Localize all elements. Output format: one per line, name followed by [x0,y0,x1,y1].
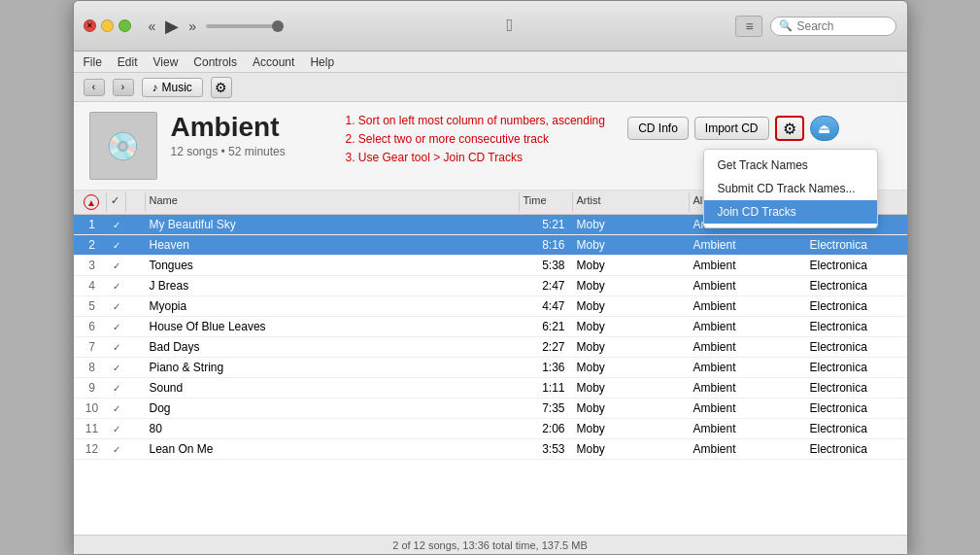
menu-edit[interactable]: Edit [118,55,138,69]
cell-time: 5:38 [520,257,573,274]
table-row[interactable]: 12 ✓ Lean On Me 3:53 Moby Ambient Electr… [74,439,907,460]
table-row[interactable]: 10 ✓ Dog 7:35 Moby Ambient Electronica [74,399,907,419]
dropdown-submit-track-names[interactable]: Submit CD Track Names... [704,177,877,200]
col-header-time[interactable]: Time [520,192,573,212]
cell-artist: Moby [573,359,690,376]
cell-artist: Moby [573,338,690,356]
menu-help[interactable]: Help [310,55,334,69]
col-header-artist[interactable]: Artist [573,192,690,212]
cell-album: Ambient [690,379,806,397]
cell-check: ✓ [107,444,126,455]
cell-icon [126,304,146,308]
table-row[interactable]: 7 ✓ Bad Days 2:27 Moby Ambient Electroni… [74,337,907,358]
cell-icon [126,243,146,247]
cell-name: Sound [146,379,520,397]
cell-icon [126,345,146,349]
cell-artist: Moby [573,318,690,335]
list-view-button[interactable]: ≡ [735,16,762,37]
cell-name: House Of Blue Leaves [146,318,520,335]
import-cd-button[interactable]: Import CD [694,117,769,140]
cell-artist: Moby [573,420,690,437]
progress-thumb [272,20,284,32]
progress-bar[interactable] [206,24,284,28]
close-button[interactable]: ✕ [84,19,96,32]
cell-album: Ambient [690,236,806,254]
cell-check: ✓ [107,240,126,251]
gear-action-button[interactable]: ⚙ [775,116,804,141]
cell-album: Ambient [690,257,806,274]
minimize-button[interactable] [101,19,114,32]
menu-view[interactable]: View [153,55,179,69]
cell-genre: Electronica [806,318,903,335]
cell-genre: Electronica [806,338,903,356]
cell-check: ✓ [107,383,126,394]
cell-num: 12 [78,440,107,458]
instruction-line-2: 2. Select two or more consecutive track [346,130,605,149]
back-button[interactable]: ‹ [84,79,105,96]
cell-name: Heaven [146,236,520,254]
apple-logo:  [507,16,514,36]
cell-icon [126,223,146,226]
cell-name: J Breas [146,277,520,295]
col-header-name[interactable]: Name [146,192,520,212]
cell-num: 7 [78,338,107,356]
cell-time: 2:47 [520,277,573,295]
instruction-line-1: 1. Sort on left most column of numbers, … [346,112,605,130]
menu-account[interactable]: Account [253,55,294,69]
dropdown-join-cd-tracks[interactable]: Join CD Tracks [704,200,877,224]
menu-file[interactable]: File [84,55,102,69]
cell-artist: Moby [573,379,690,397]
menu-controls[interactable]: Controls [193,55,237,69]
table-row[interactable]: 5 ✓ Myopia 4:47 Moby Ambient Electronica [74,296,907,317]
eject-button[interactable]: ⏏ [810,116,839,141]
album-art: 💿 [89,112,157,180]
cell-artist: Moby [573,277,690,295]
cell-genre: Electronica [806,257,903,274]
cell-time: 1:11 [520,379,573,397]
cell-check: ✓ [107,260,126,271]
col-header-icon [126,192,146,212]
cell-time: 8:16 [520,236,573,254]
cell-icon [126,325,146,329]
cell-time: 3:53 [520,440,573,458]
cell-album: Ambient [690,318,806,335]
cell-genre: Electronica [806,420,903,437]
table-row[interactable]: 11 ✓ 80 2:06 Moby Ambient Electronica [74,419,907,439]
table-row[interactable]: 6 ✓ House Of Blue Leaves 6:21 Moby Ambie… [74,317,907,337]
library-button[interactable]: ♪ Music [142,78,203,97]
search-box: 🔍 [770,17,896,36]
rewind-button[interactable]: « [149,18,156,34]
sort-indicator: ▲ [84,194,99,210]
cell-genre: Electronica [806,399,903,417]
cell-num: 10 [78,399,107,417]
cell-genre: Electronica [806,379,903,397]
cell-check: ✓ [107,363,126,373]
title-bar-right: ≡ 🔍 [735,16,896,37]
cell-name: Lean On Me [146,440,520,458]
col-header-check[interactable]: ✓ [107,192,126,212]
cell-genre: Electronica [806,297,903,315]
cell-genre: Electronica [806,236,903,254]
cd-info-button[interactable]: CD Info [627,117,689,140]
dropdown-get-track-names[interactable]: Get Track Names [704,154,877,177]
table-row[interactable]: 4 ✓ J Breas 2:47 Moby Ambient Electronic… [74,276,907,296]
search-input[interactable] [796,19,888,33]
itunes-window: ✕ « ▶ »  ≡ [73,0,908,555]
maximize-button[interactable] [118,19,131,32]
status-text: 2 of 12 songs, 13:36 total time, 137.5 M… [392,539,588,551]
eject-icon: ⏏ [818,121,830,136]
table-row[interactable]: 9 ✓ Sound 1:11 Moby Ambient Electronica [74,378,907,399]
play-button[interactable]: ▶ [165,16,179,37]
nav-bar: ‹ › ♪ Music ⚙ [74,73,907,102]
table-row[interactable]: 8 ✓ Piano & String 1:36 Moby Ambient Ele… [74,358,907,378]
cell-album: Ambient [690,338,806,356]
col-header-num[interactable]: ▲ [78,192,107,212]
table-row[interactable]: 2 ✓ Heaven 8:16 Moby Ambient Electronica [74,235,907,256]
fastforward-button[interactable]: » [188,18,196,34]
forward-button[interactable]: › [113,79,134,96]
table-row[interactable]: 3 ✓ Tongues 5:38 Moby Ambient Electronic… [74,256,907,276]
cell-check: ✓ [107,220,126,230]
cell-genre: Electronica [806,359,903,376]
nav-gear-button[interactable]: ⚙ [211,77,232,98]
cell-icon [126,386,146,390]
